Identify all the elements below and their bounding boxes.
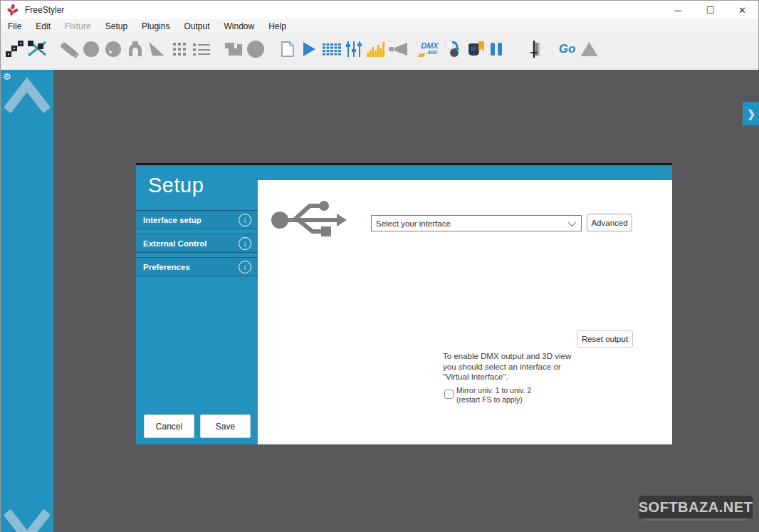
section-external-control[interactable]: External Control ↓ [136, 234, 258, 253]
expand-arrow-icon[interactable]: ↓ [239, 214, 251, 226]
menu-output[interactable]: Output [177, 20, 216, 33]
master-sphere-icon[interactable] [244, 38, 266, 61]
setup-dialog: Setup Interface setup ↓ External Control… [136, 163, 672, 444]
mirror-universe-label: Mirror univ. 1 to univ. 2 (restart FS to… [456, 386, 531, 404]
go-icon[interactable]: Go [556, 38, 578, 61]
play-sequence-icon[interactable] [298, 38, 320, 61]
cue-grid-icon[interactable] [320, 38, 342, 61]
watermark-badge: SOFTBAZA.NET [639, 496, 753, 518]
mirror-universe-checkbox[interactable] [444, 390, 454, 399]
dialog-nav-panel: Setup Interface setup ↓ External Control… [136, 165, 258, 444]
reset-output-button[interactable]: Reset output [577, 330, 633, 348]
submaster-icon[interactable] [222, 38, 244, 61]
bookmark-icon [478, 41, 484, 52]
title-bar: FreeStyler ─ ☐ ✕ [1, 1, 758, 19]
right-flyout-button[interactable]: ❯ [743, 102, 759, 125]
menu-file[interactable]: File [1, 20, 28, 33]
beam-icon[interactable] [146, 38, 168, 61]
flashlight-icon[interactable] [58, 38, 80, 61]
par-can-icon[interactable] [80, 38, 102, 61]
matrix-icon[interactable] [168, 38, 190, 61]
watermark-underline [644, 518, 747, 521]
fixture-group-bookmark-icon[interactable] [463, 38, 485, 61]
scroll-up-chevron-icon[interactable] [4, 78, 50, 113]
maximize-button[interactable]: ☐ [694, 1, 726, 19]
faders-icon[interactable] [342, 38, 365, 61]
interface-select[interactable]: Select your interface [371, 215, 582, 231]
swap-fixtures-icon[interactable] [441, 38, 463, 61]
section-preferences[interactable]: Preferences ↓ [136, 257, 258, 276]
pause-icon[interactable] [485, 38, 507, 61]
app-logo-icon [6, 4, 19, 16]
section-interface-setup[interactable]: Interface setup ↓ [136, 210, 258, 229]
save-button[interactable]: Save [200, 414, 251, 438]
par-can-open-icon[interactable] [102, 38, 124, 61]
menu-fixture: Fixture [58, 20, 98, 33]
blackout-icon[interactable] [578, 38, 600, 61]
beam-effect-icon[interactable] [387, 38, 409, 61]
expand-arrow-icon[interactable]: ↓ [239, 261, 251, 273]
window-title: FreeStyler [25, 5, 64, 15]
interface-select-value: Select your interface [376, 219, 568, 228]
interface-info-text: To enable DMX output and 3D view you sho… [443, 351, 578, 382]
menu-plugins[interactable]: Plugins [135, 20, 177, 33]
deselect-fixtures-icon[interactable] [26, 38, 48, 61]
watermark-text: SOFTBAZA.NET [639, 499, 753, 516]
menu-help[interactable]: Help [261, 20, 293, 33]
new-show-icon[interactable] [276, 38, 298, 61]
desktop-area: ⚙ ❯ Setup Interface setup ↓ External Con [1, 70, 759, 532]
chevron-down-icon [568, 218, 576, 226]
cue-list-icon[interactable] [190, 38, 212, 61]
select-fixtures-icon[interactable] [4, 38, 26, 61]
expand-arrow-icon[interactable]: ↓ [239, 237, 251, 250]
dmx400-icon[interactable]: DMX 400 [419, 38, 441, 61]
menu-window[interactable]: Window [216, 20, 261, 33]
toolbar: DMX 400 [1, 33, 758, 70]
usb-icon [270, 192, 348, 246]
dialog-content: Select your interface Advanced Reset out… [258, 165, 672, 444]
app-window: FreeStyler ─ ☐ ✕ File Edit Fixture Setup… [0, 0, 759, 532]
sound-to-light-icon[interactable] [365, 38, 387, 61]
menu-setup[interactable]: Setup [98, 20, 135, 33]
deselect-fixtures-glyph [27, 41, 47, 58]
chevron-right-icon: ❯ [747, 108, 756, 120]
close-button[interactable]: ✕ [726, 1, 758, 19]
menu-bar: File Edit Fixture Setup Plugins Output W… [1, 19, 758, 33]
select-fixtures-glyph [5, 41, 25, 58]
advanced-button[interactable]: Advanced [587, 214, 632, 231]
dialog-content-header [258, 165, 672, 180]
grandmaster-fader-icon[interactable] [524, 38, 546, 61]
minimize-button[interactable]: ─ [662, 1, 694, 19]
cancel-button[interactable]: Cancel [144, 414, 194, 438]
left-panel: ⚙ [1, 70, 53, 532]
dialog-title: Setup [148, 174, 204, 197]
scroll-down-chevron-icon[interactable] [4, 509, 50, 532]
moving-head-icon[interactable] [124, 38, 146, 61]
menu-edit[interactable]: Edit [28, 20, 58, 33]
